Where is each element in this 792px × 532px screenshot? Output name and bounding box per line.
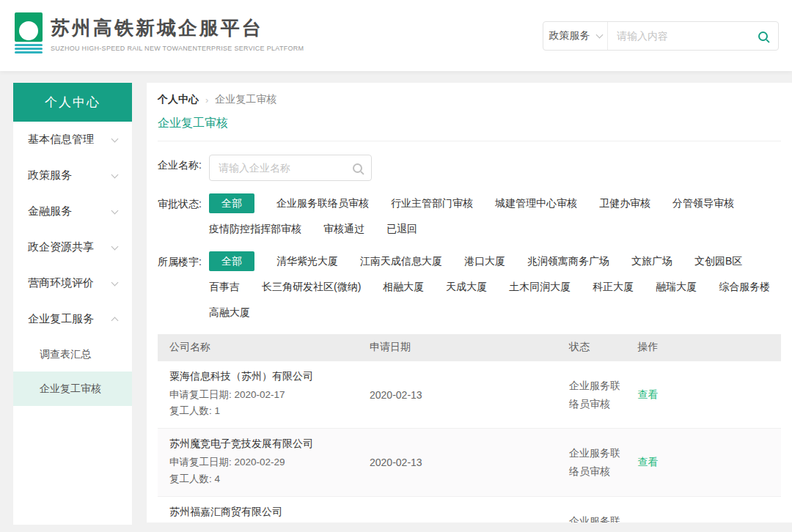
main-content: 个人中心 › 企业复工审核 企业复工审核 企业名称: 审批状态: 全部 企业服务… [147, 83, 792, 522]
filter-chip[interactable]: 百事吉 [209, 278, 240, 296]
table-row: 苏州魔竞电子竞技发展有限公司 申请复工日期: 2020-02-29 复工人数: … [158, 429, 781, 497]
sidebar-item-label: 金融服务 [28, 204, 72, 218]
sidebar-item[interactable]: 政企资源共享 [13, 229, 132, 265]
company-name: 粟海信息科技（苏州）有限公司 [169, 370, 370, 383]
search-category-select[interactable]: 政策服务 [543, 22, 608, 50]
breadcrumb-current: 企业复工审核 [215, 93, 276, 106]
company-name-filter: 企业名称: [158, 155, 781, 181]
chevron-icon [111, 135, 119, 142]
resume-count-line: 复工人数: 4 [169, 471, 370, 487]
building-label: 所属楼宇: [158, 251, 209, 322]
filter-chip[interactable]: 全部 [209, 251, 254, 271]
resume-date-line: 申请复工日期: 2020-02-17 [169, 387, 370, 403]
sidebar-item-label: 企业复工服务 [28, 312, 94, 326]
filter-chip[interactable]: 兆润领寓商务广场 [527, 252, 609, 270]
company-name: 苏州魔竞电子竞技发展有限公司 [169, 437, 370, 451]
header-search: 政策服务 [543, 21, 779, 51]
filter-chip[interactable]: 天成大厦 [446, 278, 487, 296]
sidebar-subitem[interactable]: 调查表汇总 [13, 337, 132, 372]
table-header: 公司名称 申请日期 状态 操作 [158, 334, 781, 361]
resume-count-line: 复工人数: 1 [169, 403, 370, 419]
chevron-icon [111, 278, 119, 286]
company-name-searchbox [209, 155, 372, 181]
input-search-icon[interactable] [353, 163, 362, 173]
search-icon[interactable] [758, 32, 768, 41]
logo-icon [15, 12, 43, 53]
table-body: 粟海信息科技（苏州）有限公司 申请复工日期: 2020-02-17 复工人数: … [158, 361, 781, 522]
filter-chip[interactable]: 相融大厦 [383, 278, 424, 296]
filter-chip[interactable]: 港口大厦 [464, 252, 505, 270]
filter-chip[interactable]: 分管领导审核 [672, 194, 734, 213]
filter-chip[interactable]: 行业主管部门审核 [391, 194, 473, 213]
sidebar-item[interactable]: 金融服务 [13, 193, 132, 229]
filter-chip[interactable]: 全部 [209, 193, 254, 213]
table-row: 苏州福嘉汇商贸有限公司 申请复工日期: 2020-02-13 复工人数: 1 2… [158, 497, 781, 522]
column-header-action: 操作 [638, 341, 782, 354]
sidebar-item-label: 营商环境评价 [28, 276, 94, 290]
filter-chip[interactable]: 疫情防控指挥部审核 [209, 220, 301, 238]
chevron-icon [111, 243, 119, 250]
apply-date: 2020-02-13 [370, 389, 569, 401]
status-text: 企业服务联络员审核 [569, 377, 638, 413]
approval-status-label: 审批状态: [158, 193, 209, 239]
sidebar-subitems: 调查表汇总 企业复工审核 [13, 337, 132, 406]
breadcrumb-root[interactable]: 个人中心 [158, 93, 199, 106]
filter-chip[interactable]: 综合服务楼 [719, 278, 770, 296]
sidebar-item[interactable]: 政策服务 [13, 158, 132, 193]
chevron-icon [111, 317, 119, 324]
building-filter: 所属楼宇: 全部 清华紫光大厦 江南天成信息大厦 港口大厦 兆润领寓商务广场 文… [158, 251, 781, 322]
filter-chip[interactable]: 高融大厦 [209, 303, 250, 322]
sidebar-subitem[interactable]: 企业复工审核 [13, 372, 132, 406]
filter-chip[interactable]: 企业服务联络员审核 [276, 194, 369, 213]
resume-date-line: 申请复工日期: 2020-02-29 [169, 454, 370, 470]
sidebar-header: 个人中心 [13, 83, 132, 122]
sidebar-item[interactable]: 营商环境评价 [13, 265, 132, 301]
filters: 企业名称: 审批状态: 全部 企业服务联络员审核 行业主管部门审核 城建管理中 [158, 155, 781, 322]
building-options: 全部 清华紫光大厦 江南天成信息大厦 港口大厦 兆润领寓商务广场 文旅广场 文创… [209, 251, 781, 322]
company-name-input[interactable] [219, 162, 353, 174]
search-category-value: 政策服务 [549, 29, 590, 43]
sidebar-item[interactable]: 企业复工服务 [13, 301, 132, 337]
app-title: 苏州高铁新城企服平台 [51, 15, 304, 41]
sidebar-groups: 基本信息管理 政策服务 金融服务 政企资源共享 营商环境评价 [13, 122, 132, 337]
chevron-icon [111, 207, 119, 214]
filter-chip[interactable]: 城建管理中心审核 [495, 194, 577, 213]
sidebar-item-label: 政策服务 [28, 169, 72, 182]
sidebar: 个人中心 基本信息管理 政策服务 金融服务 政企资源共享 营 [13, 83, 132, 525]
filter-chip[interactable]: 文旅广场 [631, 252, 672, 270]
view-link[interactable]: 查看 [638, 388, 659, 400]
approval-status-options: 全部 企业服务联络员审核 行业主管部门审核 城建管理中心审核 卫健办审核 分管领… [209, 193, 781, 239]
page-title: 企业复工审核 [158, 116, 781, 141]
view-link[interactable]: 查看 [638, 456, 659, 468]
header-search-input[interactable] [608, 22, 758, 50]
filter-chip[interactable]: 融瑞大厦 [656, 278, 697, 296]
logo[interactable]: 苏州高铁新城企服平台 SUZHOU HIGH-SPEED RAIL NEW TO… [15, 12, 304, 53]
table-row: 粟海信息科技（苏州）有限公司 申请复工日期: 2020-02-17 复工人数: … [158, 361, 781, 429]
filter-chip[interactable]: 卫健办审核 [599, 194, 650, 213]
column-header-status: 状态 [569, 341, 638, 354]
breadcrumb: 个人中心 › 企业复工审核 [158, 93, 781, 106]
sidebar-item[interactable]: 基本信息管理 [13, 122, 132, 158]
company-name: 苏州福嘉汇商贸有限公司 [169, 506, 370, 519]
chevron-down-icon [595, 32, 603, 39]
filter-chip[interactable]: 长三角研发社区(微纳) [262, 278, 361, 296]
filter-chip[interactable]: 江南天成信息大厦 [360, 252, 442, 270]
filter-chip[interactable]: 科正大厦 [593, 278, 634, 296]
app-header: 苏州高铁新城企服平台 SUZHOU HIGH-SPEED RAIL NEW TO… [0, 0, 792, 71]
column-header-company: 公司名称 [158, 341, 370, 354]
status-text: 企业服务联络员审核 [569, 444, 638, 481]
status-text: 企业服务联络员审核 [569, 512, 638, 522]
company-name-label: 企业名称: [158, 155, 209, 181]
apply-date: 2020-02-13 [370, 457, 569, 468]
filter-chip[interactable]: 土木同润大厦 [509, 278, 571, 296]
breadcrumb-separator-icon: › [205, 95, 208, 106]
approval-table: 公司名称 申请日期 状态 操作 粟海信息科技（苏州）有限公司 申请复工日期: 2… [158, 334, 781, 522]
sidebar-item-label: 政企资源共享 [28, 240, 94, 254]
app-subtitle: SUZHOU HIGH-SPEED RAIL NEW TOWANENTERPRI… [51, 45, 304, 52]
filter-chip[interactable]: 审核通过 [323, 220, 364, 238]
chevron-icon [111, 171, 119, 178]
filter-chip[interactable]: 已退回 [386, 220, 417, 238]
approval-status-filter: 审批状态: 全部 企业服务联络员审核 行业主管部门审核 城建管理中心审核 卫健办… [158, 193, 781, 239]
filter-chip[interactable]: 清华紫光大厦 [276, 252, 338, 270]
filter-chip[interactable]: 文创园B区 [694, 252, 742, 270]
